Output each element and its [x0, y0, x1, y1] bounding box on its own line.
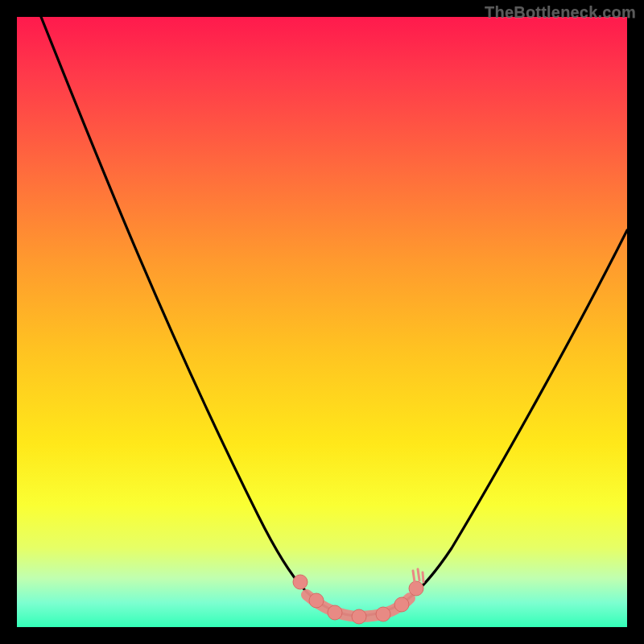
scatter-point — [352, 609, 366, 624]
marker-group — [293, 575, 423, 624]
svg-line-1 — [418, 569, 419, 580]
svg-line-0 — [413, 571, 415, 582]
scatter-point — [409, 581, 423, 596]
scatter-point — [293, 575, 308, 589]
noise-ticks — [413, 569, 423, 582]
bottleneck-curve — [17, 17, 627, 627]
scatter-point — [328, 605, 342, 620]
svg-line-2 — [423, 572, 423, 582]
scatter-point — [394, 597, 409, 612]
chart-plot-area — [17, 17, 627, 627]
scatter-point — [309, 593, 324, 608]
scatter-point — [376, 607, 390, 621]
watermark-text: TheBottleneck.com — [485, 3, 636, 22]
trough-highlight — [307, 595, 410, 617]
curve-path — [41, 17, 627, 616]
